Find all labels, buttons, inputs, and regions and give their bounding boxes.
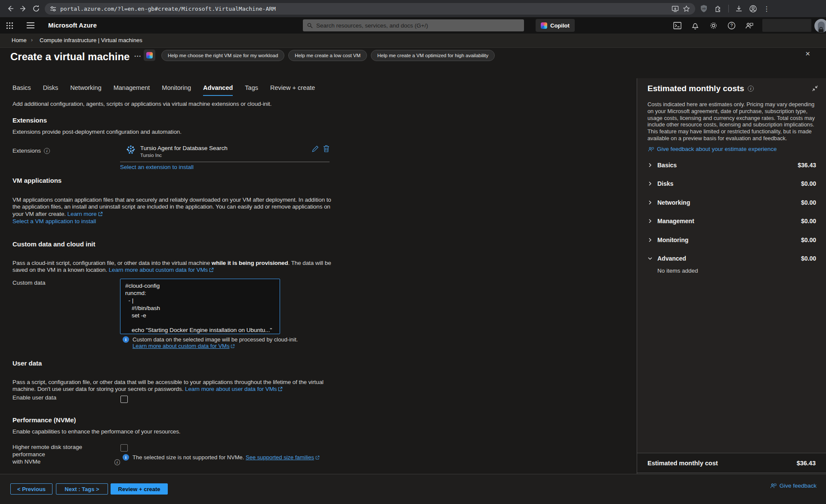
info-icon: i — [123, 454, 129, 461]
collapse-panel-icon[interactable] — [812, 85, 818, 92]
breadcrumb: Home › Compute infrastructure | Virtual … — [0, 34, 826, 48]
title-more-menu[interactable]: ... — [134, 51, 141, 58]
help-icon[interactable]: ? — [727, 22, 736, 30]
bookmark-star-icon[interactable] — [683, 5, 690, 12]
extension-publisher: Tursio Inc — [140, 153, 228, 158]
search-icon — [307, 23, 313, 28]
cost-row-advanced[interactable]: Advanced $0.00 — [647, 249, 816, 268]
extension-name: Tursio Agent for Database Search — [140, 145, 228, 151]
chevron-right-icon — [647, 181, 653, 186]
enable-user-data-checkbox[interactable] — [120, 396, 128, 403]
breadcrumb-chevron-icon: › — [31, 37, 33, 43]
select-vm-application-link[interactable]: Select a VM application to install — [12, 218, 96, 224]
tab-monitoring[interactable]: Monitoring — [162, 84, 191, 96]
tab-review-create[interactable]: Review + create — [270, 84, 315, 96]
address-bar[interactable]: portal.azure.com/?l=en.en-gb#create/Micr… — [45, 3, 695, 15]
pill-low-cost[interactable]: Help me create a low cost VM — [288, 50, 367, 61]
adblock-shield-icon[interactable]: UD — [700, 4, 708, 13]
tab-basics[interactable]: Basics — [12, 84, 31, 96]
account-info[interactable] — [762, 19, 811, 32]
previous-button[interactable]: < Previous — [10, 483, 52, 495]
profile-icon[interactable] — [749, 5, 757, 13]
custom-data-learn-link[interactable]: Learn more about custom data for VMs — [109, 267, 208, 273]
browser-menu-icon[interactable]: ⋮ — [763, 5, 770, 13]
svg-text:UD: UD — [702, 7, 706, 10]
wizard-footer: < Previous Next : Tags > Review + create… — [0, 474, 826, 504]
copilot-button[interactable]: Copilot — [536, 19, 575, 32]
reload-icon[interactable] — [32, 4, 40, 13]
cloud-shell-icon[interactable] — [673, 22, 681, 30]
pill-vm-size[interactable]: Help me choose the right VM size for my … — [161, 50, 284, 61]
cost-disclaimer: Costs indicated here are estimates only.… — [647, 101, 818, 142]
estimate-feedback-link[interactable]: Give feedback about your estimate experi… — [647, 146, 777, 152]
delete-trash-icon[interactable] — [323, 145, 330, 152]
waffle-menu-icon[interactable] — [6, 22, 13, 29]
chevron-right-icon — [647, 218, 653, 224]
extensions-puzzle-icon[interactable] — [714, 5, 722, 13]
vm-applications-heading: VM applications — [12, 177, 62, 184]
extensions-field-label: Extensions i — [12, 148, 50, 154]
custom-data-body: Pass a cloud-init script, configuration … — [12, 252, 331, 274]
settings-gear-icon[interactable] — [709, 22, 718, 30]
select-extension-link[interactable]: Select an extension to install — [120, 164, 194, 170]
nvme-size-families-link[interactable]: See supported size families — [246, 454, 314, 461]
notifications-bell-icon[interactable] — [691, 22, 699, 30]
custom-data-bold: while it is being provisioned — [212, 260, 288, 266]
cost-row-disks[interactable]: Disks $0.00 — [647, 175, 816, 194]
nvme-info-text: The selected size is not supported for N… — [133, 454, 246, 461]
tab-advanced[interactable]: Advanced — [203, 84, 233, 96]
tab-tags[interactable]: Tags — [245, 84, 258, 96]
azure-brand[interactable]: Microsoft Azure — [48, 22, 97, 29]
toolbar-divider — [728, 5, 729, 12]
url-text: portal.azure.com/?l=en.en-gb#create/Micr… — [60, 3, 276, 15]
global-search-input[interactable]: Search resources, services, and docs (G+… — [303, 19, 524, 31]
next-button[interactable]: Next : Tags > — [56, 483, 108, 495]
edit-pencil-icon[interactable] — [312, 145, 319, 152]
nvme-info-icon[interactable]: i — [114, 459, 120, 465]
nvme-checkbox[interactable] — [120, 444, 128, 452]
custom-data-textarea[interactable]: #cloud-config runcmd: - | #!/bin/bash se… — [120, 279, 280, 334]
cost-row-basics[interactable]: Basics $36.43 — [647, 156, 816, 175]
copilot-logo-icon — [146, 52, 153, 58]
tursio-extension-icon — [126, 145, 136, 154]
tab-networking[interactable]: Networking — [70, 84, 102, 96]
downloads-icon[interactable] — [735, 5, 743, 13]
install-app-icon[interactable] — [672, 5, 679, 12]
total-label: Estimated monthly cost — [647, 460, 718, 467]
review-create-button[interactable]: Review + create — [111, 483, 168, 495]
external-link-icon — [98, 212, 103, 216]
vm-applications-learn-more-link[interactable]: Learn more — [68, 211, 97, 217]
site-settings-icon[interactable] — [50, 6, 56, 12]
cost-panel-info-icon[interactable]: i — [748, 86, 754, 92]
give-feedback-link[interactable]: Give feedback — [770, 482, 817, 489]
advanced-no-items: No items added — [657, 267, 698, 274]
hamburger-menu-icon[interactable] — [27, 22, 34, 28]
nvme-info-message: i The selected size is not supported for… — [123, 454, 346, 461]
cost-row-management[interactable]: Management $0.00 — [647, 212, 816, 231]
search-placeholder: Search resources, services, and docs (G+… — [316, 22, 428, 29]
total-value: $36.43 — [797, 460, 816, 467]
feedback-icon[interactable] — [745, 22, 753, 30]
breadcrumb-current[interactable]: Compute infrastructure | Virtual machine… — [40, 37, 142, 43]
custom-data-info-link[interactable]: Learn more about custom data for VMs — [133, 343, 229, 349]
custom-data-info: i Custom data on the selected image will… — [123, 336, 303, 349]
tab-management[interactable]: Management — [114, 84, 150, 96]
close-icon[interactable]: × — [805, 49, 810, 58]
breadcrumb-home[interactable]: Home — [12, 37, 27, 43]
estimated-monthly-total: Estimated monthly cost $36.43 — [637, 453, 826, 473]
cost-rows: Basics $36.43 Disks $0.00 Networking $0.… — [647, 156, 816, 268]
feedback-icon — [770, 482, 777, 489]
cost-row-monitoring[interactable]: Monitoring $0.00 — [647, 230, 816, 249]
cost-row-networking[interactable]: Networking $0.00 — [647, 193, 816, 212]
copilot-chip[interactable] — [144, 49, 155, 61]
forward-icon[interactable] — [19, 4, 28, 13]
pill-high-availability[interactable]: Help me create a VM optimized for high a… — [371, 50, 495, 61]
copilot-logo-icon — [541, 22, 547, 29]
user-data-learn-link[interactable]: Learn more about user data for VMs — [185, 386, 277, 392]
user-data-heading: User data — [12, 360, 42, 367]
chevron-down-icon — [647, 256, 653, 261]
extensions-info-icon[interactable]: i — [44, 148, 50, 154]
info-icon: i — [123, 336, 129, 343]
back-icon[interactable] — [6, 4, 15, 13]
tab-disks[interactable]: Disks — [43, 84, 58, 96]
